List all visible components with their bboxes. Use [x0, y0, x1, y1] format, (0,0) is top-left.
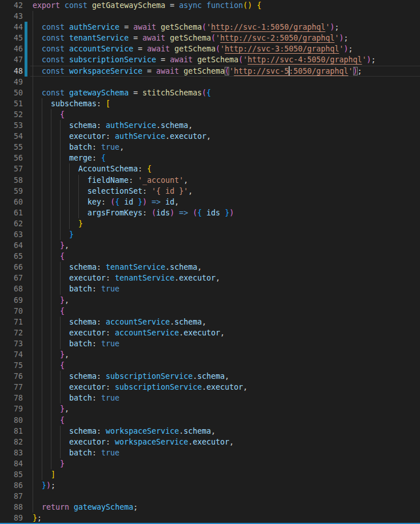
url-link-text[interactable]: http://svc-1:5050/graphql	[211, 23, 325, 31]
line-number[interactable]: 85	[0, 469, 23, 480]
git-modified-indicator[interactable]	[25, 22, 27, 33]
code-line[interactable]: 86 });	[0, 480, 420, 491]
code-line[interactable]: 56 merge: {	[0, 153, 420, 163]
code-line[interactable]: 63 }	[0, 229, 420, 240]
code-line[interactable]: 45 const tenantService = await getSchema…	[0, 33, 420, 43]
line-number[interactable]: 81	[0, 426, 23, 437]
line-number[interactable]: 45	[0, 33, 23, 43]
code-line[interactable]: 53 schema: authService.schema,	[0, 120, 420, 131]
code-line[interactable]: 55 batch: true,	[0, 142, 420, 153]
code-line[interactable]: 68 batch: true	[0, 283, 420, 294]
code-line[interactable]: 50 const gatewaySchema = stitchSchemas({	[0, 87, 420, 98]
line-number[interactable]: 42	[0, 0, 23, 11]
code-line[interactable]: 62 }	[0, 218, 420, 229]
line-number[interactable]: 69	[0, 295, 23, 306]
line-number[interactable]: 53	[0, 120, 23, 131]
line-number[interactable]: 49	[0, 77, 23, 87]
code-line[interactable]: 66 schema: tenantService.schema,	[0, 262, 420, 273]
line-number[interactable]: 57	[0, 163, 23, 174]
line-number[interactable]: 75	[0, 360, 23, 371]
line-number[interactable]: 68	[0, 283, 23, 294]
code-line[interactable]: 89};	[0, 513, 420, 523]
code-line[interactable]: 67 executor: tenantService.executor,	[0, 273, 420, 283]
line-number[interactable]: 47	[0, 54, 23, 65]
code-line[interactable]: 72 executor: accountService.executor,	[0, 327, 420, 338]
code-line[interactable]: 54 executor: authService.executor,	[0, 131, 420, 142]
code-line[interactable]: 70 {	[0, 306, 420, 317]
code-line[interactable]: 43	[0, 11, 420, 22]
code-line[interactable]: 59 selectionSet: '{ id }',	[0, 186, 420, 197]
line-number[interactable]: 52	[0, 109, 23, 120]
code-line[interactable]: 87	[0, 491, 420, 502]
line-number[interactable]: 87	[0, 491, 23, 502]
code-line[interactable]: 78 batch: true	[0, 393, 420, 403]
line-number[interactable]: 74	[0, 349, 23, 360]
code-line[interactable]: 80 {	[0, 415, 420, 426]
code-line[interactable]: 51 subschemas: [	[0, 98, 420, 109]
line-number[interactable]: 55	[0, 142, 23, 153]
code-line[interactable]: 77 executor: subscriptionService.executo…	[0, 382, 420, 393]
line-number[interactable]: 43	[0, 11, 23, 22]
line-number[interactable]: 76	[0, 371, 23, 382]
code-line[interactable]: 75 {	[0, 360, 420, 371]
line-number[interactable]: 79	[0, 403, 23, 414]
url-link-text[interactable]: http://svc-5	[234, 67, 289, 75]
line-number[interactable]: 86	[0, 480, 23, 491]
code-line[interactable]: 69 },	[0, 295, 420, 306]
code-line[interactable]: 73 batch: true	[0, 338, 420, 349]
url-link-text[interactable]: :5050/graphql	[289, 67, 348, 75]
code-line[interactable]: 84 }	[0, 458, 420, 469]
line-number[interactable]: 77	[0, 382, 23, 393]
code-line[interactable]: 85 ]	[0, 469, 420, 480]
code-line[interactable]: 76 schema: subscriptionService.schema,	[0, 371, 420, 382]
line-number[interactable]: 56	[0, 153, 23, 163]
code-line[interactable]: 46 const accountService = await getSchem…	[0, 43, 420, 54]
line-number[interactable]: 72	[0, 327, 23, 338]
line-number[interactable]: 82	[0, 437, 23, 447]
line-number[interactable]: 63	[0, 229, 23, 240]
git-modified-indicator[interactable]	[25, 54, 27, 65]
code-line[interactable]: 88 return gatewaySchema;	[0, 502, 420, 513]
code-line[interactable]: 82 executor: workspaceService.executor,	[0, 437, 420, 447]
line-number[interactable]: 50	[0, 87, 23, 98]
code-line[interactable]: 42export const getGatewaySchema = async …	[0, 0, 420, 11]
line-number[interactable]: 61	[0, 207, 23, 218]
code-line[interactable]: 64 },	[0, 240, 420, 251]
line-number[interactable]: 70	[0, 306, 23, 317]
code-line[interactable]: 61 argsFromKeys: (ids) => ({ ids })	[0, 207, 420, 218]
line-number[interactable]: 89	[0, 513, 23, 523]
line-number[interactable]: 64	[0, 240, 23, 251]
code-line[interactable]: 58 fieldName: '_account',	[0, 175, 420, 186]
line-number[interactable]: 48	[0, 66, 23, 77]
line-number[interactable]: 84	[0, 458, 23, 469]
url-link-text[interactable]: http://svc-2:5050/graphql	[220, 34, 334, 42]
line-number[interactable]: 62	[0, 218, 23, 229]
line-number[interactable]: 66	[0, 262, 23, 273]
line-number[interactable]: 88	[0, 502, 23, 513]
code-line[interactable]: 74 },	[0, 349, 420, 360]
git-modified-indicator[interactable]	[25, 33, 27, 43]
code-line[interactable]: 44 const authService = await getSchema('…	[0, 22, 420, 33]
line-number[interactable]: 78	[0, 393, 23, 403]
line-number[interactable]: 73	[0, 338, 23, 349]
code-line[interactable]: 57 AccountSchema: {	[0, 163, 420, 174]
line-number[interactable]: 59	[0, 186, 23, 197]
url-link-text[interactable]: http://svc-4:5050/graphql	[247, 55, 362, 64]
line-number[interactable]: 54	[0, 131, 23, 142]
code-line[interactable]: 52 {	[0, 109, 420, 120]
code-line[interactable]: 65 {	[0, 251, 420, 262]
code-line[interactable]: 47 const subscriptionService = await get…	[0, 54, 420, 65]
line-number[interactable]: 60	[0, 197, 23, 207]
line-number[interactable]: 83	[0, 447, 23, 458]
code-line[interactable]: 60 key: ({ id }) => id,	[0, 197, 420, 207]
code-line[interactable]: 83 batch: true	[0, 447, 420, 458]
code-line[interactable]: 49	[0, 77, 420, 87]
line-number[interactable]: 65	[0, 251, 23, 262]
code-line[interactable]: 81 schema: workspaceService.schema,	[0, 426, 420, 437]
line-number[interactable]: 80	[0, 415, 23, 426]
code-line[interactable]: 48 const workspaceService = await getSch…	[0, 66, 420, 77]
code-line[interactable]: 71 schema: accountService.schema,	[0, 317, 420, 327]
url-link-text[interactable]: http://svc-3:5050/graphql	[225, 45, 339, 53]
git-modified-indicator[interactable]	[25, 66, 27, 77]
line-number[interactable]: 58	[0, 175, 23, 186]
